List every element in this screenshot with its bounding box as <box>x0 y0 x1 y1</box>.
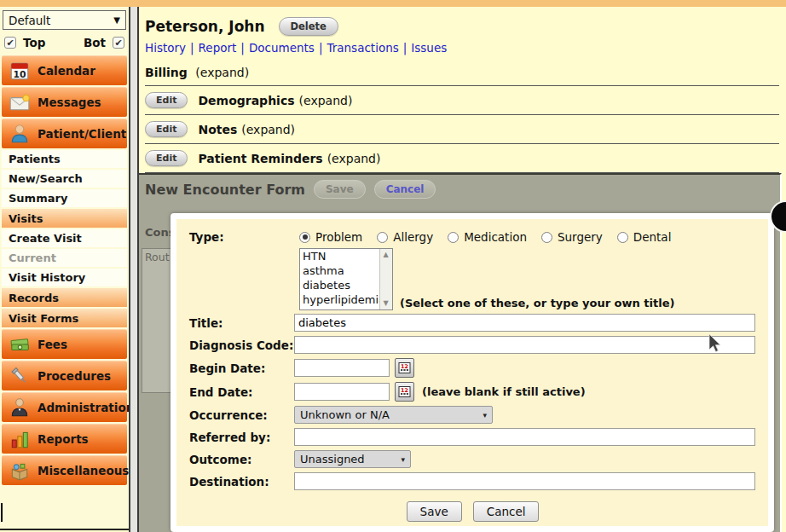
sidebar-header-visits[interactable]: Visits <box>2 209 127 228</box>
radio-allergy[interactable]: Allergy <box>377 230 433 244</box>
scroll-up-icon[interactable]: ▲ <box>380 250 391 260</box>
dialog-cancel-button[interactable]: Cancel <box>473 501 540 522</box>
sidebar-item-patients[interactable]: Patients <box>2 150 127 168</box>
patient-nav-links: History|Report|Documents|Transactions|Is… <box>145 41 781 55</box>
diagnosis-code-label: Diagnosis Code: <box>189 338 294 352</box>
top-checkbox-label: Top <box>23 36 45 49</box>
sidebar-item-administration[interactable]: Administration <box>2 392 127 422</box>
divider <box>145 85 779 86</box>
link-report[interactable]: Report <box>199 41 237 55</box>
sidebar-header-records[interactable]: Records <box>2 288 127 307</box>
section-billing[interactable]: Billing (expand) <box>145 66 781 81</box>
miscellaneous-icon <box>9 460 31 482</box>
procedures-icon <box>9 365 31 387</box>
radio-dental[interactable]: Dental <box>617 230 672 244</box>
occurrence-label: Occurrence: <box>189 408 294 422</box>
calendar-picker-icon: 12 <box>398 385 411 398</box>
sidebar-header-visit-forms[interactable]: Visit Forms <box>2 309 127 327</box>
bot-checkbox-label: Bot <box>84 36 106 49</box>
begin-date-input[interactable] <box>294 359 390 377</box>
layout-select[interactable]: Default ▼ <box>3 10 126 30</box>
sidebar-item-summary[interactable]: Summary <box>2 189 127 207</box>
listbox-hint: (Select one of these, or type your own t… <box>400 297 674 310</box>
link-documents[interactable]: Documents <box>249 41 315 55</box>
frame-divider[interactable] <box>129 7 139 532</box>
listbox-option[interactable]: diabetes <box>300 278 392 292</box>
sidebar-item-procedures[interactable]: Procedures <box>2 361 127 390</box>
sidebar-item-miscellaneous[interactable]: Miscellaneous <box>2 455 127 485</box>
calendar-picker-icon: 12 <box>398 361 411 374</box>
referred-by-input[interactable] <box>294 428 755 446</box>
top-checkbox[interactable]: ✔ <box>4 37 16 49</box>
edit-notes-button[interactable]: Edit <box>145 121 188 137</box>
reports-icon <box>9 428 31 450</box>
diagnosis-code-input[interactable] <box>294 336 755 354</box>
destination-input[interactable] <box>294 472 755 490</box>
listbox-option[interactable]: HTN <box>300 249 392 263</box>
radio-medication[interactable]: Medication <box>448 230 527 244</box>
calendar-icon: 10 <box>9 60 31 82</box>
svg-text:10: 10 <box>13 69 26 80</box>
radio-problem[interactable]: Problem <box>299 230 362 244</box>
end-date-input[interactable] <box>294 383 390 401</box>
encounter-save-button[interactable]: Save <box>314 180 366 199</box>
messages-icon <box>9 91 31 113</box>
referred-by-label: Referred by: <box>189 431 294 444</box>
chevron-down-icon: ▾ <box>392 455 405 464</box>
sidebar-item-calendar[interactable]: 10 Calendar <box>2 55 127 85</box>
sidebar-item-patient-client[interactable]: Patient/Client <box>2 119 127 148</box>
link-issues[interactable]: Issues <box>411 41 447 55</box>
delete-button[interactable]: Delete <box>279 17 338 36</box>
begin-date-calendar-button[interactable]: 12 <box>395 358 414 378</box>
radio-dot[interactable] <box>299 232 310 243</box>
encounter-cancel-button[interactable]: Cancel <box>374 180 436 199</box>
chevron-down-icon: ▾ <box>474 411 487 419</box>
sidebar-item-reports[interactable]: Reports <box>2 424 127 454</box>
listbox-scrollbar[interactable]: ▲ ▼ <box>379 249 392 309</box>
scroll-down-icon[interactable]: ▼ <box>380 298 391 309</box>
begin-date-label: Begin Date: <box>189 361 294 375</box>
patient-icon <box>9 123 31 145</box>
sidebar-item-new-search[interactable]: New/Search <box>2 170 127 188</box>
radio-dot[interactable] <box>541 232 552 243</box>
sidebar-item-fees[interactable]: Fees <box>2 329 127 359</box>
listbox-option[interactable]: hyperlipidemia <box>300 292 392 307</box>
chevron-down-icon: ▼ <box>113 15 120 25</box>
link-history[interactable]: History <box>145 41 186 55</box>
outcome-label: Outcome: <box>189 453 294 466</box>
radio-dot[interactable] <box>377 232 388 243</box>
sidebar-item-messages[interactable]: Messages <box>2 87 127 117</box>
encounter-form-title: New Encounter Form <box>145 182 305 198</box>
occurrence-select[interactable]: Unknown or N/A ▾ <box>294 406 493 424</box>
text-caret <box>1 503 3 522</box>
sidebar-item-visit-history[interactable]: Visit History <box>2 269 127 286</box>
layout-select-value: Default <box>9 14 50 27</box>
radio-dot[interactable] <box>617 232 628 243</box>
sidebar-item-create-visit[interactable]: Create Visit <box>2 229 127 247</box>
edit-patient-reminders-button[interactable]: Edit <box>145 150 188 166</box>
section-notes: Edit Notes (expand) <box>145 119 781 139</box>
divider <box>145 114 779 115</box>
dialog-save-button[interactable]: Save <box>407 501 462 522</box>
radio-dot[interactable] <box>448 232 459 243</box>
bot-checkbox[interactable]: ✔ <box>113 37 124 49</box>
svg-text:12: 12 <box>401 363 408 370</box>
patient-name: Peterson, John <box>145 18 265 35</box>
sidebar-item-label: Messages <box>38 95 101 109</box>
svg-text:12: 12 <box>401 387 408 394</box>
radio-surgery[interactable]: Surgery <box>541 230 603 244</box>
link-transactions[interactable]: Transactions <box>327 41 398 55</box>
add-issue-dialog: Type: Problem Allergy Medication Surgery… <box>170 213 774 532</box>
issue-title-listbox[interactable]: HTN asthma diabetes hyperlipidemia ▲ ▼ <box>299 248 393 310</box>
edit-demographics-button[interactable]: Edit <box>145 92 188 108</box>
title-input[interactable] <box>294 314 755 332</box>
listbox-option[interactable]: asthma <box>300 263 392 278</box>
end-date-calendar-button[interactable]: 12 <box>395 382 414 402</box>
divider <box>145 143 779 144</box>
outcome-select[interactable]: Unassigned ▾ <box>294 450 411 468</box>
end-date-hint: (leave blank if still active) <box>422 385 586 398</box>
section-patient-reminders: Edit Patient Reminders (expand) <box>145 148 781 168</box>
destination-label: Destination: <box>189 475 294 489</box>
end-date-label: End Date: <box>189 385 294 399</box>
sidebar: Default ▼ ✔ Top Bot ✔ 10 Calendar Messag… <box>0 7 129 530</box>
